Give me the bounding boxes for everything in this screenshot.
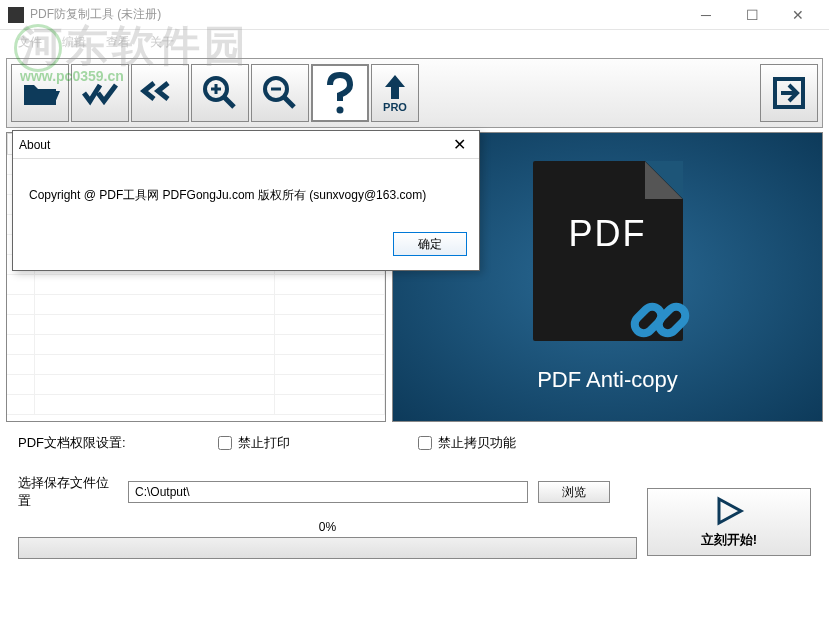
toolbar: PRO xyxy=(6,58,823,128)
app-icon xyxy=(8,7,24,23)
menu-edit[interactable]: 编辑 xyxy=(52,32,96,53)
list-item[interactable] xyxy=(7,375,385,395)
close-button[interactable]: ✕ xyxy=(775,0,821,30)
undo-icon xyxy=(140,77,180,109)
dialog-body: Copyright @ PDF工具网 PDFGongJu.com 版权所有 (s… xyxy=(13,159,479,224)
disable-print-label: 禁止打印 xyxy=(238,434,290,452)
menubar: 文件 编辑 查看 关于 xyxy=(0,30,829,54)
list-item[interactable] xyxy=(7,295,385,315)
progress-area: 0% xyxy=(18,514,637,559)
pdf-file-icon: PDF xyxy=(533,161,683,341)
chain-link-icon xyxy=(625,283,695,353)
help-icon xyxy=(322,71,358,115)
select-all-button[interactable] xyxy=(71,64,129,122)
permissions-label: PDF文档权限设置: xyxy=(18,434,218,452)
menu-about[interactable]: 关于 xyxy=(140,32,184,53)
window-controls: ─ ☐ ✕ xyxy=(683,0,821,30)
progress-percent: 0% xyxy=(18,520,637,534)
window-title: PDF防复制工具 (未注册) xyxy=(30,6,683,23)
dialog-close-button[interactable]: ✕ xyxy=(445,135,473,154)
svg-point-7 xyxy=(337,107,344,114)
pro-button[interactable]: PRO xyxy=(371,64,419,122)
pro-label: PRO xyxy=(383,101,407,113)
open-folder-icon xyxy=(20,77,60,109)
svg-line-1 xyxy=(224,97,234,107)
preview-caption: PDF Anti-copy xyxy=(537,367,678,393)
disable-copy-checkbox[interactable] xyxy=(418,436,432,450)
list-item[interactable] xyxy=(7,395,385,415)
about-dialog: About ✕ Copyright @ PDF工具网 PDFGongJu.com… xyxy=(12,130,480,271)
dialog-header[interactable]: About ✕ xyxy=(13,131,479,159)
pdf-label: PDF xyxy=(533,213,683,255)
start-button-label: 立刻开始! xyxy=(701,531,757,549)
start-button[interactable]: 立刻开始! xyxy=(647,488,811,556)
help-button[interactable] xyxy=(311,64,369,122)
play-icon xyxy=(713,495,745,527)
undo-button[interactable] xyxy=(131,64,189,122)
dialog-ok-button[interactable]: 确定 xyxy=(393,232,467,256)
list-item[interactable] xyxy=(7,355,385,375)
output-path-input[interactable] xyxy=(128,481,528,503)
list-item[interactable] xyxy=(7,275,385,295)
maximize-button[interactable]: ☐ xyxy=(729,0,775,30)
titlebar: PDF防复制工具 (未注册) ─ ☐ ✕ xyxy=(0,0,829,30)
list-item[interactable] xyxy=(7,315,385,335)
zoom-out-icon xyxy=(260,73,300,113)
output-label: 选择保存文件位置 xyxy=(18,474,118,510)
exit-button[interactable] xyxy=(760,64,818,122)
zoom-in-button[interactable] xyxy=(191,64,249,122)
dialog-title: About xyxy=(19,138,445,152)
exit-icon xyxy=(769,73,809,113)
settings-area: PDF文档权限设置: 禁止打印 禁止拷贝功能 xyxy=(0,422,829,474)
progress-bar xyxy=(18,537,637,559)
svg-line-5 xyxy=(284,97,294,107)
zoom-in-icon xyxy=(200,73,240,113)
bottom-area: 0% 立刻开始! xyxy=(0,510,829,571)
pro-upgrade-icon: PRO xyxy=(381,73,409,113)
zoom-out-button[interactable] xyxy=(251,64,309,122)
minimize-button[interactable]: ─ xyxy=(683,0,729,30)
disable-print-checkbox[interactable] xyxy=(218,436,232,450)
open-button[interactable] xyxy=(11,64,69,122)
list-item[interactable] xyxy=(7,335,385,355)
menu-view[interactable]: 查看 xyxy=(96,32,140,53)
browse-button[interactable]: 浏览 xyxy=(538,481,610,503)
menu-file[interactable]: 文件 xyxy=(8,32,52,53)
disable-copy-label: 禁止拷贝功能 xyxy=(438,434,516,452)
select-all-icon xyxy=(80,77,120,109)
